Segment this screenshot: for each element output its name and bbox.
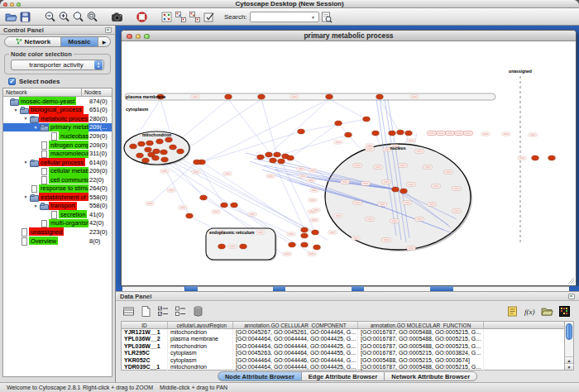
camera-icon[interactable] xyxy=(110,10,124,24)
annotation-icon[interactable] xyxy=(202,10,216,24)
expand-arrow-icon[interactable]: ▼ xyxy=(12,108,20,112)
column-header[interactable]: ID xyxy=(122,322,168,328)
node-color-dropdown-value: transporter activity xyxy=(12,61,94,69)
table-row[interactable]: YKR052Ccytoplasm[GO:0044464, GO:0044446,… xyxy=(122,357,564,364)
zoom-in-icon[interactable] xyxy=(57,10,71,24)
select-columns-icon[interactable] xyxy=(156,304,171,318)
unassigned-label: unassigned xyxy=(509,69,532,74)
new-document-icon[interactable] xyxy=(138,304,154,318)
zoom-button[interactable] xyxy=(17,2,21,7)
tab-edge-attribute-browser[interactable]: Edge Attribute Browser xyxy=(301,371,384,381)
network-close-button[interactable] xyxy=(127,34,132,40)
network-blue-icon[interactable] xyxy=(174,10,188,24)
tree-item[interactable]: mosaic-demo-yeast874(0) xyxy=(3,97,112,106)
tree-item-count: 41(0) xyxy=(89,211,104,218)
network-window-titlebar[interactable]: primary metabolic process xyxy=(122,31,576,41)
select-nodes-checkbox[interactable]: ✓ xyxy=(8,78,16,85)
tree-item[interactable]: cell communicat22(0) xyxy=(3,175,112,184)
tree-item-count: 280(0) xyxy=(89,115,108,122)
close-button[interactable] xyxy=(3,2,7,7)
table-row[interactable]: YPL036W__1mitochondrion[GO:0044464, GO:0… xyxy=(122,343,564,350)
search-dropdown-arrow-icon[interactable]: ▼ xyxy=(309,14,318,21)
scroll-down-button[interactable]: ▼ xyxy=(565,363,573,370)
help-ring-icon[interactable] xyxy=(135,10,149,24)
scroll-up-button[interactable]: ▲ xyxy=(565,356,573,363)
tree-item[interactable]: macromolecule311(0) xyxy=(3,149,112,158)
vizmapper-icon[interactable] xyxy=(319,10,333,24)
expand-arrow-icon[interactable]: ▼ xyxy=(31,125,40,130)
data-panel-float-icon[interactable] xyxy=(568,294,575,299)
tree-item[interactable]: ▼transport558(0) xyxy=(3,202,112,211)
tab-network[interactable]: Network xyxy=(5,37,61,46)
tree-item[interactable]: nucleobase-209(0) xyxy=(3,131,112,141)
tree-item[interactable]: ▼metabolic process280(0) xyxy=(3,114,112,123)
table-scrollbar[interactable]: ▲ ▼ xyxy=(564,322,573,370)
birdseye-icon[interactable] xyxy=(160,10,174,24)
tab-mosaic[interactable]: Mosaic xyxy=(61,37,98,46)
unselect-columns-icon[interactable] xyxy=(173,304,189,318)
expand-arrow-icon[interactable]: ▼ xyxy=(22,116,30,121)
import-folder-icon[interactable] xyxy=(539,304,555,318)
zoom-fit-icon[interactable] xyxy=(85,10,99,24)
expand-arrow-icon[interactable]: ▼ xyxy=(31,203,40,208)
tree-item[interactable]: unassigned223(0) xyxy=(3,227,112,237)
zoom-out-icon[interactable] xyxy=(43,10,57,24)
table-row[interactable]: YJR121W__1mitochondrion[GO:0045267, GO:0… xyxy=(122,329,564,336)
search-input[interactable]: ▼ xyxy=(250,12,319,22)
function-icon[interactable]: f(x) xyxy=(522,304,538,318)
tab-node-attribute-browser[interactable]: Node Attribute Browser xyxy=(218,371,301,381)
network-zoom-button[interactable] xyxy=(144,34,150,40)
scrollbar-thumb[interactable] xyxy=(566,323,572,340)
folder-icon xyxy=(30,115,38,122)
column-header[interactable]: annotation.GO CELLULAR_COMPONENT xyxy=(233,322,358,328)
notes-icon[interactable] xyxy=(505,304,520,318)
tree-item[interactable]: nitrogen compo209(0) xyxy=(3,141,112,150)
tree-item[interactable]: Overview8(0) xyxy=(3,237,112,246)
tree-column-nodes[interactable]: Nodes xyxy=(82,88,112,96)
tree-item-label: multi-organism pro xyxy=(49,219,89,227)
tab-network-attribute-browser[interactable]: Network Attribute Browser xyxy=(384,371,477,381)
data-panel: Data Panel f(x) ID_cellularLayoutRegiona… xyxy=(116,291,579,382)
tree-item[interactable]: secretion41(0) xyxy=(3,210,112,219)
delete-icon[interactable] xyxy=(190,304,206,318)
save-icon[interactable] xyxy=(18,10,32,24)
mitochondrion-label: mitochondrion xyxy=(142,132,171,137)
file-icon xyxy=(20,228,28,236)
network-canvas[interactable]: plasma membranecytoplasmmitochondrionnuc… xyxy=(122,41,576,285)
tree-item-count: 42(0) xyxy=(89,219,104,227)
node-color-dropdown[interactable]: transporter activity ▲▼ xyxy=(11,60,104,70)
zoom-selected-icon[interactable] xyxy=(71,10,85,24)
float-panel-icon[interactable] xyxy=(105,27,112,33)
tree-item[interactable]: ▼establishment of lo558(0) xyxy=(3,193,112,202)
tree-item[interactable]: cellular metabol209(0) xyxy=(3,166,112,175)
minimize-button[interactable] xyxy=(10,2,14,7)
tree-item[interactable]: multi-organism pro42(0) xyxy=(3,219,112,228)
table-icon[interactable] xyxy=(121,304,136,318)
tree-item-label: macromolecule xyxy=(49,150,89,158)
window-controls xyxy=(3,2,21,7)
table-row[interactable]: YDR039C__1mitochondrion[GO:0044464, GO:0… xyxy=(122,364,564,370)
open-folder-icon[interactable] xyxy=(4,10,18,24)
expand-arrow-icon[interactable]: ▼ xyxy=(22,160,30,165)
tab-overflow-button[interactable]: ▶ xyxy=(98,37,110,46)
tree-item[interactable]: response to stimul264(0) xyxy=(3,184,112,193)
app-titlebar[interactable]: Cytoscape Desktop (New Session) xyxy=(0,0,579,8)
matrix-icon[interactable] xyxy=(557,304,572,318)
table-row[interactable]: YPL036W__2plasma membrane[GO:0044464, GO… xyxy=(122,336,564,342)
column-header[interactable]: _cellularLayoutRegion xyxy=(168,322,233,328)
background-windows xyxy=(116,286,579,291)
network-tree: Network Nodes mosaic-demo-yeast874(0)▼bi… xyxy=(2,88,112,377)
network-red-icon[interactable] xyxy=(188,10,202,24)
tree-item[interactable]: ▼biological_process651(0) xyxy=(3,106,112,115)
tree-item[interactable]: ▼primary metabo209(... xyxy=(3,123,112,132)
tree-item-label: metabolic process xyxy=(39,114,89,122)
data-panel-header: Data Panel xyxy=(116,292,579,301)
column-header[interactable]: annotation.GO MOLECULAR_FUNCTION xyxy=(358,322,484,328)
tree-item-label: biological_process xyxy=(29,106,84,114)
tree-item[interactable]: ▼cellular process614(0) xyxy=(3,158,112,167)
table-row[interactable]: YLR295Ccytoplasm[GO:0045263, GO:0044464,… xyxy=(122,350,564,356)
status-zoom-hint: Right-click + drag to ZOOM xyxy=(83,385,153,390)
network-minimize-button[interactable] xyxy=(136,34,141,40)
expand-arrow-icon[interactable]: ▼ xyxy=(22,194,30,199)
tree-column-network[interactable]: Network xyxy=(3,88,82,96)
